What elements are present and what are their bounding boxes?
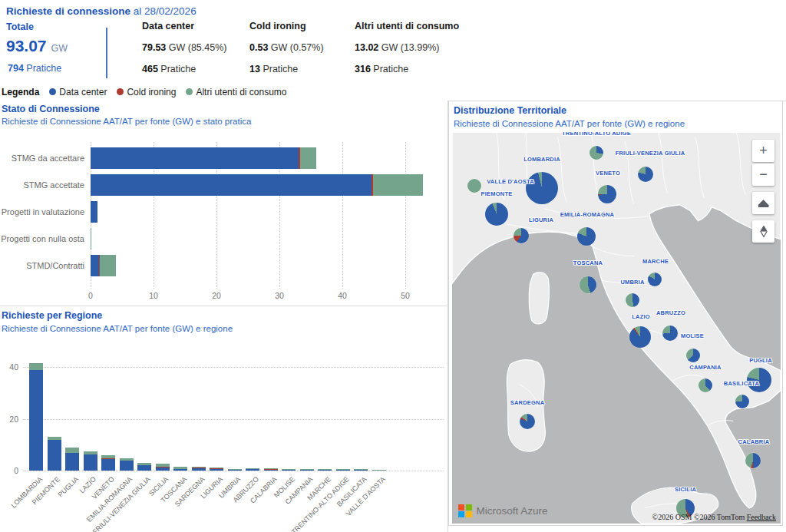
pie-abruzzo[interactable] (662, 325, 678, 341)
bar-segment[interactable] (264, 470, 278, 471)
pie-piemonte[interactable] (485, 203, 508, 226)
bar-segment[interactable] (48, 437, 61, 440)
bar-segment[interactable] (101, 455, 115, 458)
bar-segment[interactable] (84, 454, 97, 471)
pie-friuli-venezia-giulia[interactable] (638, 167, 653, 182)
zoom-out-button[interactable]: − (752, 164, 774, 186)
pie-calabria[interactable] (745, 453, 761, 468)
bar-segment[interactable] (120, 458, 134, 461)
bar-segment[interactable] (29, 363, 43, 370)
pie-sardegna[interactable] (520, 414, 535, 429)
bar-segment[interactable] (192, 468, 206, 468)
bar-segment[interactable] (48, 440, 61, 471)
pie-lazio[interactable] (629, 326, 651, 348)
bar-segment[interactable] (300, 469, 314, 470)
bar-segment[interactable] (65, 453, 79, 471)
azure-map[interactable]: TRENTINO-ALTO ADIGEFRIULI-VENEZIA GIULIA… (452, 132, 781, 524)
bar-segment[interactable] (282, 469, 296, 470)
legend-item-1[interactable]: Cold ironing (117, 87, 176, 97)
bar-segment[interactable] (318, 469, 332, 470)
compass-icon (759, 226, 768, 237)
bar-segment[interactable] (29, 370, 43, 471)
pie-valle-d-aosta[interactable] (467, 179, 481, 193)
osm-copyright: ©2026 OSM (652, 513, 692, 521)
bar-segment[interactable] (120, 461, 134, 471)
bar-segment[interactable] (192, 468, 206, 471)
total-value: 93.07 GW (6, 37, 68, 55)
compass-button[interactable] (752, 220, 774, 243)
bar-segment[interactable] (156, 464, 170, 467)
x-tick-label: 20 (212, 291, 221, 300)
bar-segment[interactable] (156, 467, 170, 468)
bar-segment[interactable] (336, 470, 350, 471)
bar-segment[interactable] (210, 469, 223, 471)
bar-segment[interactable] (156, 468, 170, 471)
legend-item-label: Data center (59, 87, 107, 97)
category-name: Altri utenti di consumo (355, 21, 459, 31)
bar-segment[interactable] (91, 147, 299, 169)
category-label: STMD/Contratti (0, 255, 84, 276)
bar-segment[interactable] (210, 468, 223, 469)
bar-segment[interactable] (300, 470, 314, 471)
bar-segment[interactable] (91, 174, 372, 196)
pitch-button[interactable] (752, 192, 774, 214)
map-region-label: CAMPANIA (689, 364, 721, 371)
category-label: Progetti con nulla osta (0, 228, 84, 249)
bar-segment[interactable] (264, 469, 278, 470)
pie-liguria[interactable] (514, 228, 529, 243)
legend-bar: Legenda Data centerCold ironingAltri ute… (0, 83, 786, 101)
bar-segment[interactable] (101, 458, 115, 459)
legend-item-0[interactable]: Data center (49, 87, 107, 97)
bar-segment[interactable] (137, 465, 151, 471)
bar-segment[interactable] (372, 470, 386, 471)
bar-segment[interactable] (264, 468, 278, 469)
bar-segment[interactable] (373, 174, 423, 196)
legend-item-label: Altri utenti di consumo (196, 87, 286, 97)
gridline-y-20 (23, 419, 444, 420)
map-region-label: PIEMONTE (481, 190, 513, 197)
pie-emilia-romagna[interactable] (577, 227, 596, 246)
pie-toscana[interactable] (580, 276, 596, 293)
category-value: 0.53 GW (0.57%) (249, 42, 324, 53)
bar-segment[interactable] (91, 228, 91, 249)
pie-trentino-alto-adige[interactable] (590, 146, 603, 160)
bar-segment[interactable] (173, 467, 187, 469)
gridline-y-0 (23, 471, 444, 471)
bar-segment[interactable] (354, 469, 368, 470)
bar-segment[interactable] (318, 470, 332, 471)
bar-segment[interactable] (65, 448, 79, 453)
map-region-label: TRENTINO-ALTO ADIGE (562, 132, 631, 137)
bar-segment[interactable] (91, 201, 97, 223)
pie-umbria[interactable] (626, 293, 639, 307)
pie-basilicata[interactable] (735, 395, 749, 408)
x-tick-label: 0 (88, 291, 93, 300)
feedback-link[interactable]: Feedback (747, 513, 776, 521)
pie-molise[interactable] (686, 349, 700, 362)
azure-logo-text: Microsoft Azure (477, 505, 548, 517)
bar-segment[interactable] (354, 470, 368, 471)
bar-segment[interactable] (228, 469, 242, 470)
category-value: 79.53 GW (85.45%) (142, 42, 226, 53)
pie-marche[interactable] (648, 273, 662, 286)
bar-segment[interactable] (173, 469, 187, 471)
bar-segment[interactable] (336, 469, 350, 470)
bar-segment[interactable] (91, 255, 99, 276)
bar-segment[interactable] (100, 255, 116, 276)
map-region-label: PUGLIA (749, 357, 772, 364)
bar-segment[interactable] (192, 467, 206, 468)
bar-segment[interactable] (137, 463, 151, 465)
pie-lombardia[interactable] (526, 172, 558, 204)
bar-segment[interactable] (282, 470, 296, 471)
bar-segment[interactable] (246, 468, 259, 469)
bar-segment[interactable] (101, 459, 115, 471)
legend-item-2[interactable]: Altri utenti di consumo (186, 87, 286, 97)
zoom-in-button[interactable]: + (752, 140, 774, 162)
bar-segment[interactable] (228, 470, 242, 471)
pie-campania[interactable] (698, 378, 712, 392)
bar-segment[interactable] (246, 469, 259, 471)
pie-veneto[interactable] (598, 185, 616, 203)
bar-segment[interactable] (300, 147, 316, 169)
chart-stato-di-connessione: Stato di Connessione Richieste di Connes… (0, 101, 448, 306)
bar-segment[interactable] (210, 468, 223, 468)
bar-segment[interactable] (84, 451, 97, 454)
